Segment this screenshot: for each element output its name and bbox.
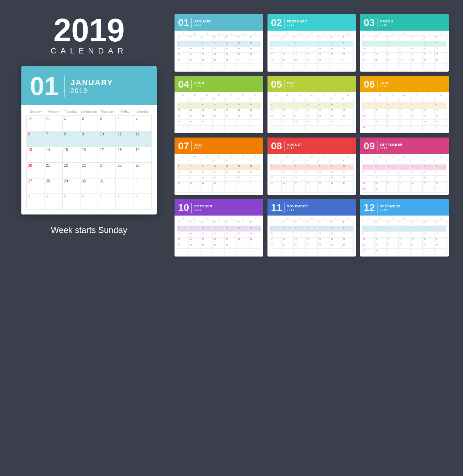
mini-cal-sep-header: 09 SEPTEMBER 2019 xyxy=(360,138,449,154)
cal-cell: 3 xyxy=(98,115,116,131)
cal-cell: 9 xyxy=(134,194,152,209)
mini-cal-dec-header: 12 DECEMBER 2019 xyxy=(360,199,449,216)
mini-cal-feb-year: 2019 xyxy=(287,23,307,26)
mini-dec-days: SuMoTuWeThFrSa xyxy=(362,217,447,219)
mini-cal-apr-name: APRIL xyxy=(194,81,206,85)
mini-cal-jan-body: SuMoTuWeThFrSa 303112345 6789101112 1314… xyxy=(175,31,263,72)
cal-cell: 4 xyxy=(44,194,62,209)
mini-cal-jun-name: JUNE xyxy=(380,81,390,85)
mini-mar-days: SuMoTuWeThFrSa xyxy=(362,32,447,35)
mini-cal-apr-num: 04 xyxy=(178,79,189,89)
mini-aug-grid: 28293031123 45678910 11121314151617 1819… xyxy=(270,159,354,193)
mini-cal-feb-sep xyxy=(284,18,285,28)
mini-cal-feb-info: FEBRUARY 2019 xyxy=(287,20,307,26)
mini-cal-march: 03 MARCH 2019 SuMoTuWeThFrSa 24252627281… xyxy=(360,14,449,72)
mini-cal-may-name: MAY xyxy=(287,81,295,85)
cal-cell: 6 xyxy=(26,131,44,147)
mini-cal-aug-body: SuMoTuWeThFrSa 28293031123 45678910 1112… xyxy=(267,154,356,195)
cal-cell: 27 xyxy=(26,178,44,194)
mini-jun-days: SuMoTuWeThFrSa xyxy=(362,94,447,96)
mini-cal-may-info: MAY 2019 xyxy=(287,81,295,88)
mini-oct-days: SuMoTuWeThFrSa xyxy=(177,217,261,219)
day-mon: Monday xyxy=(44,109,62,114)
large-cal-year: 2019 xyxy=(71,87,113,95)
mini-cal-nov-name: NOVEMBER xyxy=(287,205,308,208)
mini-cal-jun-info: JUNE 2019 xyxy=(380,81,390,88)
mini-cal-apr-header: 04 APRIL 2019 xyxy=(175,76,263,92)
mini-jan-days: SuMoTuWeThFrSa xyxy=(177,32,261,35)
mini-feb-days: SuMoTuWeThFrSa xyxy=(270,32,354,35)
mini-cal-nov-header: 11 NOVEMBER 2019 xyxy=(267,199,356,216)
mini-cal-november: 11 NOVEMBER 2019 SuMoTuWeThFrSa 27282930… xyxy=(267,199,356,257)
mini-cal-jun-body: SuMoTuWeThFrSa 2627282930311 2345678 910… xyxy=(360,92,449,133)
mini-cal-jan-header: 01 JANUARY 2019 xyxy=(175,14,263,31)
mini-nov-grid: 272829303112 3456789 10111213141516 1718… xyxy=(270,220,354,254)
cal-cell: 15 xyxy=(62,147,80,162)
mini-cal-september: 09 SEPTEMBER 2019 SuMoTuWeThFrSa 2627282… xyxy=(360,138,449,195)
cal-cell: 7 xyxy=(44,131,62,147)
mini-jul-grid: 30123456 78910111213 14151617181920 2122… xyxy=(177,159,261,193)
day-fri: Friday xyxy=(116,109,134,114)
cal-cell: 30 xyxy=(80,178,98,194)
cal-cell: 11 xyxy=(116,131,134,147)
mini-jun-grid: 2627282930311 2345678 9101112131415 1617… xyxy=(362,97,447,131)
mini-jul-days: SuMoTuWeThFrSa xyxy=(177,156,261,158)
mini-may-grid: 2829301234 567891011 12131415161718 1920… xyxy=(270,97,354,131)
mini-cal-december: 12 DECEMBER 2019 SuMoTuWeThFrSa 25262728… xyxy=(360,199,449,257)
cal-cell: 1 xyxy=(62,115,80,131)
mini-cal-jul-sep xyxy=(191,141,192,151)
cal-cell: 8 xyxy=(116,194,134,209)
mini-cal-oct-info: OCTOBER 2019 xyxy=(194,205,213,211)
cal-cell: 13 xyxy=(26,147,44,162)
day-sun: Sunday xyxy=(26,109,44,114)
mini-cal-may-header: 05 MAY 2019 xyxy=(267,76,356,92)
mini-cal-feb-body: SuMoTuWeThFrSa 272829303112 3456789 1011… xyxy=(267,31,356,72)
cal-cell: 2 xyxy=(80,115,98,131)
cal-cell: 5 xyxy=(134,115,152,131)
cal-cell: 19 xyxy=(134,147,152,162)
mini-cal-nov-body: SuMoTuWeThFrSa 272829303112 3456789 1011… xyxy=(267,216,356,257)
mini-cal-feb-name: FEBRUARY xyxy=(287,20,307,23)
cal-cell: 23 xyxy=(80,162,98,178)
cal-cell: 16 xyxy=(80,147,98,162)
mini-cal-jul-body: SuMoTuWeThFrSa 30123456 78910111213 1415… xyxy=(175,154,263,195)
cal-cell: 6 xyxy=(80,194,98,209)
mini-cal-mar-year: 2019 xyxy=(380,23,394,26)
mini-cal-nov-num: 11 xyxy=(271,203,282,213)
mini-cal-may-year: 2019 xyxy=(287,85,295,88)
calendar-label: CALENDAR xyxy=(51,46,128,56)
mini-cal-oct-year: 2019 xyxy=(194,208,213,211)
mini-cal-sep-body: SuMoTuWeThFrSa 262728293031 1234567 8910… xyxy=(360,154,449,195)
mini-apr-grid: 31123456 78910111213 14151617181920 2122… xyxy=(177,97,261,131)
mini-sep-grid: 262728293031 1234567 891011121314 151617… xyxy=(362,159,447,193)
day-sat: Saturday xyxy=(134,109,152,114)
cal-cell: 31 xyxy=(98,178,116,194)
mini-cal-aug-info: AUGUST 2019 xyxy=(287,143,302,150)
mini-cal-mar-sep xyxy=(377,18,378,28)
mini-cal-june: 06 JUNE 2019 SuMoTuWeThFrSa 262728293031… xyxy=(360,76,449,133)
right-panel: 01 JANUARY 2019 SuMoTuWeThFrSa 303112345… xyxy=(175,14,449,257)
mini-cal-jan-num: 01 xyxy=(178,18,189,28)
mini-dec-grid: 252627282930 1234567 891011121314 151617… xyxy=(362,220,447,254)
mini-cal-dec-num: 12 xyxy=(364,203,375,213)
mini-cal-jun-header: 06 JUNE 2019 xyxy=(360,76,449,92)
cal-cell: 26 xyxy=(134,162,152,178)
mini-cal-aug-sep xyxy=(284,141,285,151)
mini-cal-dec-name: DECEMBER xyxy=(380,205,401,208)
mini-cal-oct-name: OCTOBER xyxy=(194,205,213,208)
mini-cal-nov-sep xyxy=(284,203,285,213)
mini-cal-sep-year: 2019 xyxy=(380,146,403,150)
mini-apr-days: SuMoTuWeThFrSa xyxy=(177,94,261,96)
mini-cal-nov-info: NOVEMBER 2019 xyxy=(287,205,308,211)
mini-aug-days: SuMoTuWeThFrSa xyxy=(270,156,354,158)
mini-cal-april: 04 APRIL 2019 SuMoTuWeThFrSa 31123456 78… xyxy=(175,76,263,133)
mini-cal-mar-info: MARCH 2019 xyxy=(380,20,394,26)
year-title: 2019 xyxy=(53,14,125,46)
mini-nov-days: SuMoTuWeThFrSa xyxy=(270,217,354,219)
cal-cell: 22 xyxy=(62,162,80,178)
mini-feb-grid: 272829303112 3456789 10111213141516 1718… xyxy=(270,35,354,69)
mini-cal-october: 10 OCTOBER 2019 SuMoTuWeThFrSa 293012345… xyxy=(175,199,263,257)
large-cal-days-header: Sunday Monday Tuesday Wednesday Thursday… xyxy=(26,109,152,114)
cal-cell: 7 xyxy=(98,194,116,209)
mini-cal-sep-info: SEPTEMBER 2019 xyxy=(380,143,403,150)
